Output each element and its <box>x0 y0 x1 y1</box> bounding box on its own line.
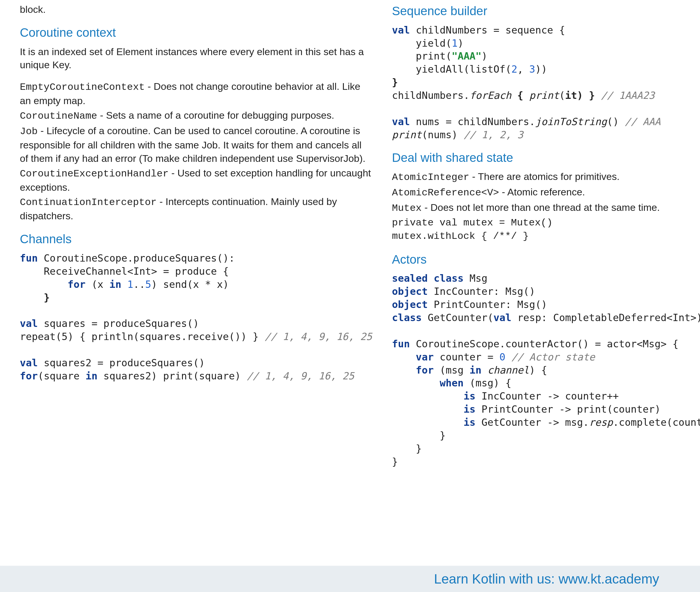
ctx-handler-name: CoroutineExceptionHandler <box>20 168 168 179</box>
act-l5-fun: fun <box>392 338 416 350</box>
seq-l3b: ) <box>482 50 487 62</box>
act-l1-kw: sealed class <box>392 273 469 284</box>
ctx-job-desc: - Lifecycle of a coroutine. Can be used … <box>20 125 365 164</box>
seq-l6a: childNumbers. <box>392 90 469 101</box>
ctx-empty-name: EmptyCoroutineContext <box>20 82 145 93</box>
heading-coroutine-context: Coroutine context <box>20 24 372 41</box>
seq-l7b: () <box>607 116 625 128</box>
seq-l4b: )) <box>535 63 547 75</box>
spacer <box>20 74 372 80</box>
act-l10: PrintCounter -> print(counter) <box>482 403 661 415</box>
seq-l7cmt: // AAA <box>625 116 661 128</box>
seq-l6it: forEach <box>469 90 511 101</box>
act-l11-is: is <box>392 416 482 428</box>
footer-text: Learn Kotlin with us: www.kt.academy <box>434 570 659 588</box>
mutex-code-2: mutex.withLock { /**/ } <box>392 230 700 243</box>
seq-l8cmt: // 1, 2, 3 <box>463 129 523 141</box>
shared-atomicref-desc: - Atomic reference. <box>499 186 585 197</box>
ch-l3b: ) send(x * x) <box>151 279 229 290</box>
seq-val2: val <box>392 116 416 128</box>
ctx-item-job: Job - Lifecycle of a coroutine. Can be u… <box>20 124 372 165</box>
act-l5: CoroutineScope.counterActor() = actor<Ms… <box>416 338 679 350</box>
mutex-code-1: private val mutex = Mutex() <box>392 216 700 230</box>
act-l4-val: val <box>494 312 517 324</box>
act-l4-kw: class <box>392 312 428 324</box>
heading-sequence-builder: Sequence builder <box>392 3 700 19</box>
act-l10-is: is <box>392 403 482 415</box>
heading-channels: Channels <box>20 231 372 248</box>
ch-l3a: (x <box>92 279 109 290</box>
act-l6-var: var <box>392 351 440 363</box>
act-l12: } <box>392 430 446 441</box>
act-l11it: resp <box>589 416 613 428</box>
footer-bar: Learn Kotlin with us: www.kt.academy <box>0 566 700 592</box>
seq-l2n: 1 <box>451 37 457 49</box>
seq-l4a: yieldAll(listOf( <box>392 63 511 75</box>
kw-in2: in <box>86 370 103 382</box>
sequence-code: val childNumbers = sequence { yield(1) p… <box>392 23 700 141</box>
shared-atomicint-name: AtomicInteger <box>392 172 469 183</box>
act-l2-kw: object <box>392 286 434 297</box>
act-l8-when: when <box>392 377 469 389</box>
seq-l3s: "AAA" <box>451 50 481 62</box>
seq-l4c: , <box>517 63 530 75</box>
kw-for: for <box>20 279 92 290</box>
act-l4a: GetCounter( <box>428 312 494 324</box>
ctx-item-name: CoroutineName - Sets a name of a corouti… <box>20 109 372 123</box>
seq-l7a: nums = childNumbers. <box>416 116 535 128</box>
ctx-interceptor-name: ContinuationInterceptor <box>20 197 157 208</box>
ch-l6a: repeat(5) { println(squares.receive()) } <box>20 331 264 342</box>
ch-l3-r2: 5 <box>145 279 151 290</box>
act-l6n: 0 <box>499 351 505 363</box>
seq-l6b: { <box>511 90 529 101</box>
act-l3: PrintCounter: Msg() <box>434 299 547 310</box>
heading-actors: Actors <box>392 251 700 268</box>
ch-l7: squares2 = produceSquares() <box>44 357 205 368</box>
seq-l6pr: print <box>530 90 559 101</box>
act-l4b: resp: CompletableDeferred<Int>):Msg() <box>517 312 700 324</box>
act-l14: } <box>392 456 398 467</box>
seq-l7it: joinToString <box>535 116 607 128</box>
ch-l8b: squares2) print(square) <box>104 370 247 382</box>
act-l7b: ) { <box>530 364 547 376</box>
shared-item-mutex: Mutex - Does not let more than one threa… <box>392 201 700 215</box>
act-l7it: channel <box>487 364 529 376</box>
kw-fun: fun <box>20 252 44 264</box>
seq-l8a: (nums) <box>422 129 463 141</box>
right-column: Sequence builder val childNumbers = sequ… <box>386 3 700 592</box>
seq-l6it2: it <box>565 90 577 101</box>
cheatsheet-page: block. Coroutine context It is an indexe… <box>0 0 700 592</box>
seq-l1: childNumbers = sequence { <box>416 24 565 36</box>
act-l2: IncCounter: Msg() <box>434 286 535 297</box>
ch-l4: } <box>20 292 50 303</box>
ch-l8c: // 1, 4, 9, 16, 25 <box>247 370 354 382</box>
ctx-name-name: CoroutineName <box>20 110 97 121</box>
seq-l2b: ) <box>458 37 463 49</box>
act-l11a: GetCounter -> msg. <box>482 416 589 428</box>
act-l7-for: for <box>392 364 440 376</box>
act-l11b: .complete(counter) <box>613 416 700 428</box>
seq-l3a: print( <box>392 50 452 62</box>
seq-l4n2: 3 <box>530 63 535 75</box>
ch-l1: CoroutineScope.produceSquares(): <box>44 252 235 264</box>
ctx-name-desc: - Sets a name of a coroutine for debuggi… <box>97 110 334 121</box>
kw-val2: val <box>20 357 44 368</box>
ctx-item-interceptor: ContinuationInterceptor - Intercepts con… <box>20 195 372 223</box>
seq-l5: } <box>392 77 398 88</box>
kw-in: in <box>109 279 127 290</box>
ch-l5: squares = produceSquares() <box>44 317 199 329</box>
seq-l6cmt: // 1AAA23 <box>601 90 654 101</box>
ch-l6c: // 1, 4, 9, 16, 25 <box>264 331 372 342</box>
kw-for2: for <box>20 370 38 382</box>
seq-l2a: yield( <box>392 37 452 49</box>
act-l9: IncCounter -> counter++ <box>482 390 619 402</box>
act-l7-in: in <box>469 364 487 376</box>
left-column: block. Coroutine context It is an indexe… <box>0 3 386 592</box>
ctx-item-empty: EmptyCoroutineContext - Does not change … <box>20 80 372 108</box>
kw-val1: val <box>20 317 44 329</box>
ch-l3-dot: .. <box>133 279 145 290</box>
heading-shared-state: Deal with shared state <box>392 150 700 166</box>
ctx-job-name: Job <box>20 126 38 137</box>
shared-atomicint-desc: - There are atomics for primitives. <box>469 171 619 182</box>
shared-mutex-desc: - Does not let more than one thread at t… <box>422 202 660 213</box>
